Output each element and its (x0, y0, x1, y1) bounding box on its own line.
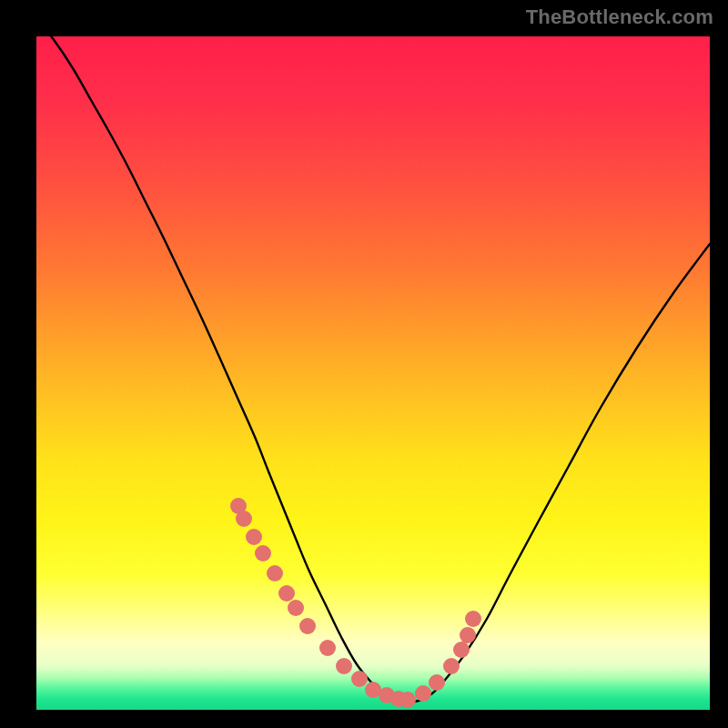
highlight-dot (429, 674, 445, 691)
highlight-dot (246, 529, 262, 545)
curve-layer (36, 36, 710, 710)
highlight-dot (453, 642, 470, 658)
highlight-dot (336, 658, 352, 674)
highlight-dot (415, 685, 431, 702)
highlight-dot (255, 545, 271, 561)
highlight-dot (465, 611, 481, 627)
highlight-dot (278, 585, 295, 602)
highlight-dot (443, 658, 460, 674)
highlight-dot (351, 671, 368, 687)
watermark-text: TheBottleneck.com (526, 5, 713, 29)
plot-area (36, 36, 710, 710)
highlight-dots (230, 498, 481, 708)
highlight-dot (399, 692, 416, 708)
chart-frame: TheBottleneck.com (0, 0, 728, 728)
bottleneck-curve (36, 36, 710, 703)
highlight-dot (267, 565, 283, 581)
highlight-dot (236, 511, 252, 527)
highlight-dot (319, 640, 336, 656)
highlight-dot (299, 618, 316, 634)
highlight-dot (460, 627, 476, 643)
highlight-dot (288, 600, 304, 616)
